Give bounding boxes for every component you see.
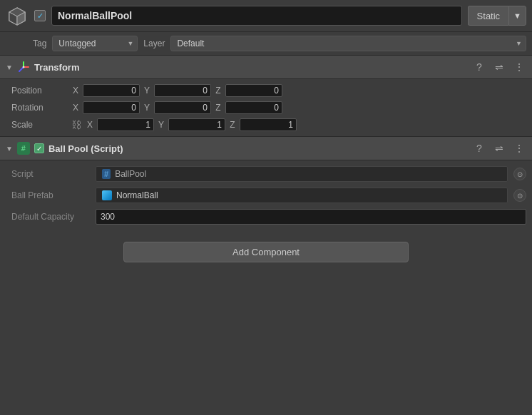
inspector-header: ✓ Static ▼	[0, 0, 532, 32]
ball-pool-body: Script # BallPool ⊙ Ball Prefab NormalBa…	[0, 160, 532, 233]
ball-pool-title: Ball Pool (Script)	[48, 143, 468, 154]
default-capacity-label: Default Capacity	[11, 212, 90, 222]
scale-y-label: Y	[157, 120, 165, 130]
tag-label: Tag	[33, 39, 46, 48]
ball-pool-section-icons: ? ⇌ ⋮	[472, 141, 526, 155]
layer-dropdown[interactable]: Default	[170, 36, 526, 51]
ball-pool-help-icon[interactable]: ?	[472, 141, 486, 155]
ball-prefab-label: Ball Prefab	[11, 190, 90, 200]
ball-pool-more-icon[interactable]: ⋮	[512, 141, 526, 155]
script-hash-icon: #	[102, 169, 111, 179]
ball-pool-settings-icon[interactable]: ⇌	[492, 141, 506, 155]
add-component-area: Add Component	[0, 233, 532, 271]
script-value-field: # BallPool	[96, 166, 508, 182]
ball-prefab-row: Ball Prefab NormalBall ⊙	[0, 185, 532, 206]
default-capacity-input[interactable]	[96, 209, 526, 225]
static-dropdown-arrow[interactable]: ▼	[508, 6, 526, 26]
ball-prefab-icon	[102, 190, 112, 200]
position-row: Position X Y Z	[0, 82, 532, 99]
transform-help-icon[interactable]: ?	[472, 60, 486, 74]
tag-layer-row: Tag Untagged Layer Default	[0, 32, 532, 55]
position-z-label: Z	[214, 86, 222, 96]
scale-y-input[interactable]	[168, 118, 225, 131]
scale-z-label: Z	[228, 120, 237, 130]
scale-z-input[interactable]	[240, 118, 297, 131]
tag-dropdown[interactable]: Untagged	[52, 36, 138, 51]
ball-pool-section-header[interactable]: ▼ # ✓ Ball Pool (Script) ? ⇌ ⋮	[0, 136, 532, 160]
active-checkbox[interactable]: ✓	[34, 10, 46, 21]
scale-label: Scale	[11, 120, 68, 130]
ball-prefab-value-text: NormalBall	[116, 190, 158, 200]
rotation-x-label: X	[71, 103, 80, 113]
script-value-text: BallPool	[115, 169, 146, 179]
scale-row: Scale ⛓ X Y Z	[0, 116, 532, 133]
rotation-label: Rotation	[11, 103, 68, 113]
static-group: Static ▼	[468, 6, 526, 26]
rotation-z-label: Z	[214, 103, 222, 113]
static-button[interactable]: Static	[468, 6, 509, 26]
scale-xyz: ⛓ X Y Z	[71, 118, 526, 131]
layer-label: Layer	[143, 39, 165, 48]
position-x-label: X	[71, 86, 80, 96]
rotation-x-input[interactable]	[83, 101, 140, 114]
transform-more-icon[interactable]: ⋮	[512, 60, 526, 74]
object-name-input[interactable]	[51, 6, 462, 26]
position-xyz: X Y Z	[71, 84, 526, 97]
transform-body: Position X Y Z Rotation X Y Z Scale ⛓ X …	[0, 79, 532, 136]
position-label: Position	[11, 86, 68, 96]
transform-icon	[17, 61, 30, 73]
scale-link-icon: ⛓	[71, 119, 81, 130]
transform-settings-icon[interactable]: ⇌	[492, 60, 506, 74]
position-z-input[interactable]	[225, 84, 282, 97]
object-icon	[6, 4, 29, 27]
svg-point-7	[22, 66, 24, 68]
transform-collapse-arrow: ▼	[6, 63, 13, 71]
scale-x-label: X	[86, 120, 94, 130]
script-target-button[interactable]: ⊙	[513, 168, 526, 180]
rotation-y-input[interactable]	[154, 101, 211, 114]
default-capacity-row: Default Capacity	[0, 206, 532, 227]
ball-pool-script-icon: #	[17, 142, 30, 155]
scale-x-input[interactable]	[97, 118, 154, 131]
rotation-z-input[interactable]	[225, 101, 282, 114]
transform-title: Transform	[34, 62, 468, 73]
position-y-label: Y	[143, 86, 151, 96]
script-field-label: Script	[11, 169, 90, 179]
rotation-y-label: Y	[143, 103, 151, 113]
position-x-input[interactable]	[83, 84, 140, 97]
ball-prefab-value-field: NormalBall	[96, 188, 508, 203]
transform-section-header[interactable]: ▼ Transform ? ⇌ ⋮	[0, 55, 532, 79]
rotation-xyz: X Y Z	[71, 101, 526, 114]
position-y-input[interactable]	[154, 84, 211, 97]
add-component-button[interactable]: Add Component	[123, 242, 409, 262]
ball-prefab-target-button[interactable]: ⊙	[513, 189, 526, 202]
script-row: Script # BallPool ⊙	[0, 163, 532, 185]
ball-pool-collapse-arrow: ▼	[6, 145, 13, 153]
transform-section-icons: ? ⇌ ⋮	[472, 60, 526, 74]
rotation-row: Rotation X Y Z	[0, 99, 532, 116]
ball-pool-active-checkbox[interactable]: ✓	[34, 143, 44, 153]
